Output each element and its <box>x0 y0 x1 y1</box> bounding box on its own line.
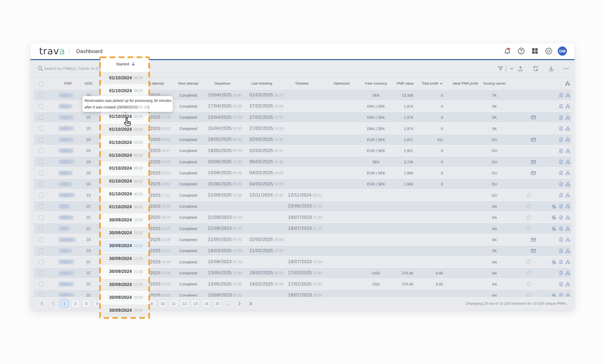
started-spotlight-cell[interactable]: 01/10/202400:02 <box>100 188 149 201</box>
pnr-redacted-value[interactable] <box>59 204 70 209</box>
no-flight-icon[interactable] <box>551 259 557 265</box>
tag-icon[interactable] <box>526 193 531 198</box>
started-spotlight-cell[interactable]: 30/09/202422:02 <box>100 226 149 239</box>
page-button-13[interactable]: 13 <box>191 299 200 308</box>
col-last-ticketing[interactable]: Last ticketing <box>241 77 283 90</box>
pnr-redacted-value[interactable] <box>59 104 72 108</box>
tag-icon[interactable] <box>526 204 531 209</box>
page-button-2[interactable]: 2 <box>71 299 80 308</box>
started-spotlight-cell[interactable]: 01/10/202400:02 <box>100 175 149 188</box>
row-checkbox[interactable] <box>39 256 43 267</box>
help-icon[interactable] <box>517 47 525 55</box>
history-document-icon[interactable] <box>559 226 564 231</box>
search-input[interactable]: Search by PNR(s), Carrier or Cu <box>44 66 101 71</box>
hierarchy-icon[interactable] <box>565 126 570 131</box>
col-departure[interactable]: Departure <box>201 77 243 90</box>
row-checkbox[interactable] <box>39 134 43 145</box>
hierarchy-icon[interactable] <box>565 237 570 242</box>
pnr-redacted-value[interactable] <box>59 293 74 296</box>
started-spotlight-cell[interactable]: 30/09/202421:02 <box>100 278 149 291</box>
history-document-icon[interactable] <box>559 115 564 120</box>
history-document-icon[interactable] <box>559 126 564 131</box>
hierarchy-icon[interactable] <box>565 259 570 264</box>
mail-icon[interactable] <box>530 248 536 254</box>
history-document-icon[interactable] <box>559 159 564 164</box>
history-document-icon[interactable] <box>559 215 564 220</box>
previous-page-button[interactable] <box>49 299 58 308</box>
started-spotlight-cell[interactable]: 30/09/202420:02 <box>100 291 149 304</box>
pnr-redacted-value[interactable] <box>59 193 75 197</box>
started-column-header[interactable]: Started <box>100 56 149 71</box>
mail-icon[interactable] <box>530 137 536 143</box>
page-button-11[interactable]: 11 <box>169 299 178 308</box>
select-all-checkbox[interactable] <box>39 81 43 86</box>
download-icon[interactable] <box>547 65 555 72</box>
tag-icon[interactable] <box>526 259 531 265</box>
tag-icon[interactable] <box>526 282 531 287</box>
settings-gear-icon[interactable] <box>545 47 552 55</box>
started-spotlight-cell[interactable]: 01/10/202400:02 <box>100 149 149 162</box>
tag-icon[interactable] <box>526 226 531 231</box>
trava-logo[interactable]: trava <box>39 46 65 56</box>
started-spotlight-cell[interactable]: 30/09/202421:02 <box>100 252 149 265</box>
history-document-icon[interactable] <box>559 170 564 175</box>
pnr-redacted-value[interactable] <box>59 93 73 97</box>
no-flight-icon[interactable] <box>551 215 557 220</box>
history-document-icon[interactable] <box>559 182 564 187</box>
col-pnr[interactable]: PNR <box>55 77 81 90</box>
filter-expand-chevron-icon[interactable] <box>508 65 515 72</box>
row-checkbox[interactable] <box>39 101 43 112</box>
history-document-icon[interactable] <box>559 271 564 275</box>
history-document-icon[interactable] <box>559 282 564 287</box>
hierarchy-icon[interactable] <box>565 193 570 198</box>
pnr-redacted-value[interactable] <box>59 171 72 175</box>
row-checkbox[interactable] <box>39 190 43 201</box>
user-avatar[interactable]: DM <box>558 46 567 56</box>
tag-icon[interactable] <box>526 270 531 276</box>
pnr-redacted-value[interactable] <box>59 282 74 286</box>
page-button-12[interactable]: 12 <box>180 299 189 308</box>
first-page-button[interactable] <box>38 299 47 308</box>
pnr-redacted-value[interactable] <box>59 182 72 186</box>
row-checkbox[interactable] <box>39 112 43 123</box>
col-gds[interactable]: GDS <box>78 77 99 90</box>
pnr-redacted-value[interactable] <box>59 238 76 242</box>
hierarchy-icon[interactable] <box>565 293 570 296</box>
hierarchy-icon[interactable] <box>565 248 570 253</box>
history-document-icon[interactable] <box>559 193 564 198</box>
hierarchy-icon[interactable] <box>565 271 570 275</box>
history-document-icon[interactable] <box>559 137 564 142</box>
page-button-10[interactable]: 10 <box>158 299 167 308</box>
history-document-icon[interactable] <box>559 259 564 264</box>
row-checkbox[interactable] <box>39 123 43 134</box>
col-ticketed[interactable]: Ticketed <box>281 77 323 90</box>
pnr-redacted-value[interactable] <box>59 149 74 153</box>
history-document-icon[interactable] <box>559 204 564 209</box>
filter-icon[interactable] <box>497 65 504 72</box>
hierarchy-icon[interactable] <box>565 115 570 120</box>
mail-icon[interactable] <box>530 114 536 121</box>
col-issuing-carrier[interactable]: Issuing carrier <box>473 77 515 90</box>
tag-icon[interactable] <box>526 215 531 220</box>
started-spotlight-cell[interactable]: 30/09/202420:02 <box>100 304 149 317</box>
row-checkbox[interactable] <box>39 90 43 101</box>
hierarchy-icon[interactable] <box>565 104 570 109</box>
started-spotlight-cell[interactable]: 30/09/202422:02 <box>100 214 149 226</box>
row-checkbox[interactable] <box>39 212 43 223</box>
history-document-icon[interactable] <box>559 93 564 98</box>
history-document-icon[interactable] <box>559 248 564 253</box>
pnr-redacted-value[interactable] <box>59 249 72 253</box>
started-spotlight-cell[interactable]: 01/10/202400:02 <box>100 201 149 214</box>
row-checkbox[interactable] <box>39 234 43 245</box>
pnr-redacted-value[interactable] <box>59 160 74 164</box>
mail-icon[interactable] <box>530 170 536 176</box>
hierarchy-icon[interactable] <box>565 137 570 142</box>
row-checkbox[interactable] <box>39 179 43 190</box>
started-spotlight-cell[interactable]: 30/09/202421:02 <box>100 265 149 278</box>
row-checkbox[interactable] <box>39 145 43 156</box>
no-flight-icon[interactable] <box>551 226 557 231</box>
mail-icon[interactable] <box>530 159 536 165</box>
hierarchy-icon[interactable] <box>565 159 570 164</box>
mail-icon[interactable] <box>530 237 536 243</box>
history-document-icon[interactable] <box>559 293 564 296</box>
